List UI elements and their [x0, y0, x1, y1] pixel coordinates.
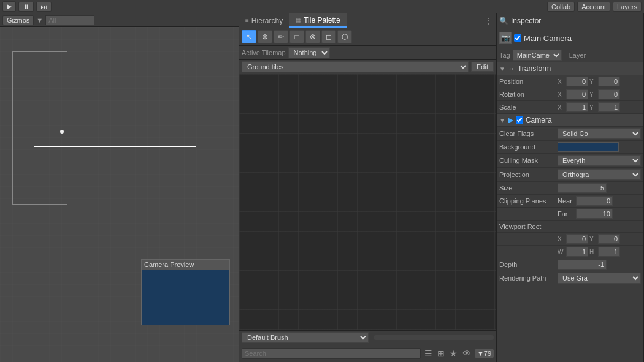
- viewport-wh-values: W H: [558, 247, 641, 257]
- clipping-far-row: Far: [497, 208, 643, 221]
- position-label: Position: [499, 78, 558, 85]
- tab-menu-button[interactable]: ⋮: [480, 16, 496, 26]
- scale-y-label: Y: [589, 104, 597, 111]
- scroll-bar[interactable]: [374, 335, 494, 340]
- eye-icon[interactable]: 👁: [461, 347, 472, 360]
- tile-palette-tab[interactable]: ▦ Tile Palette: [289, 13, 347, 28]
- active-tilemap-dropdown[interactable]: Nothing: [288, 47, 330, 58]
- size-input[interactable]: [558, 183, 607, 193]
- rendering-path-label: Rendering Path: [499, 274, 558, 282]
- hierarchy-tab[interactable]: ≡ Hierarchy: [239, 13, 289, 28]
- select-tool-button[interactable]: ↖: [242, 30, 256, 43]
- middle-panel: ≡ Hierarchy ▦ Tile Palette ⋮ ↖ ⊕ ✏ □ ⊗: [239, 13, 644, 362]
- rotation-y-label: Y: [589, 91, 597, 98]
- background-row: Background: [497, 141, 643, 154]
- culling-mask-dropdown[interactable]: Everyth: [558, 155, 641, 166]
- viewport-x-label: X: [558, 236, 565, 243]
- scale-x-label: X: [558, 104, 565, 111]
- scale-y-input[interactable]: [598, 102, 620, 112]
- object-header: 📷 Main Camera: [497, 28, 643, 48]
- projection-label: Projection: [499, 171, 558, 178]
- near-input[interactable]: [576, 196, 613, 206]
- transform-title: Transform: [518, 64, 551, 73]
- rotation-x-label: X: [558, 91, 565, 98]
- hierarchy-icon: ≡: [245, 17, 249, 24]
- viewport-y-input[interactable]: [598, 234, 620, 244]
- edit-button[interactable]: Edit: [471, 62, 494, 72]
- camera-title: Camera: [526, 116, 552, 124]
- paint-tool-button[interactable]: ✏: [274, 30, 288, 43]
- erase-tool-button[interactable]: ⬡: [337, 30, 352, 43]
- tile-grid[interactable]: [239, 74, 496, 330]
- tile-selector: Ground tiles Edit: [239, 60, 496, 74]
- list-icon[interactable]: ☰: [423, 347, 434, 360]
- clipping-near-row: Clipping Planes Near: [497, 195, 643, 208]
- search-input[interactable]: [45, 15, 94, 25]
- inspector-panel: 🔍 Inspector 📷 Main Camera Tag MainCame L…: [496, 13, 643, 362]
- projection-dropdown[interactable]: Orthogra: [558, 169, 641, 180]
- tag-dropdown[interactable]: MainCame: [513, 50, 562, 61]
- rendering-path-dropdown[interactable]: Use Gra: [558, 273, 641, 284]
- position-row: Position X Y: [497, 75, 643, 88]
- scale-x-input[interactable]: [566, 102, 588, 112]
- search-input[interactable]: [242, 348, 421, 359]
- position-y-input[interactable]: [598, 77, 620, 86]
- clipping-planes-label: Clipping Planes: [499, 197, 558, 205]
- layers-button[interactable]: Layers: [613, 2, 642, 12]
- ground-tiles-dropdown[interactable]: Ground tiles: [242, 61, 469, 72]
- fill-tool-button[interactable]: ◻: [321, 30, 336, 43]
- clear-flags-dropdown[interactable]: Solid Co: [558, 128, 641, 139]
- camera-enabled-checkbox[interactable]: [516, 116, 523, 124]
- viewport-w-input[interactable]: [566, 247, 588, 257]
- main-content: Gizmos ▼ Camera Preview ≡ Hierarchy: [0, 13, 644, 362]
- position-x-label: X: [558, 78, 565, 85]
- picker-tool-button[interactable]: ⊗: [305, 30, 320, 43]
- culling-mask-row: Culling Mask Everyth: [497, 154, 643, 168]
- rotation-y-input[interactable]: [598, 89, 620, 99]
- far-input[interactable]: [576, 209, 613, 219]
- object-name: Main Camera: [524, 34, 641, 43]
- move-tool-button[interactable]: ⊕: [258, 30, 272, 43]
- position-x-input[interactable]: [566, 77, 588, 86]
- transform-icon: ↔: [508, 64, 515, 73]
- default-brush-dropdown[interactable]: Default Brush: [242, 332, 369, 343]
- camera-section-header[interactable]: ▼ ▶ Camera: [497, 114, 643, 127]
- far-label: Far: [558, 210, 576, 217]
- gizmos-button[interactable]: Gizmos: [2, 15, 34, 25]
- viewport-y-label: Y: [589, 236, 597, 243]
- tag-layer-row: Tag MainCame Layer: [497, 48, 643, 62]
- inspector-icon: 🔍: [499, 17, 508, 25]
- culling-mask-label: Culling Mask: [499, 157, 558, 164]
- pause-button[interactable]: ⏸: [18, 2, 34, 12]
- step-button[interactable]: ⏭: [36, 2, 52, 12]
- viewport-h-input[interactable]: [598, 247, 620, 257]
- camera-video-icon: ▶: [508, 116, 513, 124]
- rotation-x-input[interactable]: [566, 89, 588, 99]
- background-label: Background: [499, 143, 558, 151]
- rotation-row: Rotation X Y: [497, 88, 643, 101]
- account-button[interactable]: Account: [577, 2, 610, 12]
- camera-preview-title: Camera Preview: [142, 260, 229, 270]
- depth-input[interactable]: [558, 260, 607, 270]
- scene-view[interactable]: Camera Preview: [0, 27, 239, 362]
- play-button[interactable]: ▶: [2, 1, 16, 12]
- transform-section-header[interactable]: ▼ ↔ Transform: [497, 62, 643, 75]
- background-color-picker[interactable]: [558, 142, 619, 152]
- object-icon: 📷: [499, 32, 512, 44]
- clear-flags-row: Clear Flags Solid Co: [497, 127, 643, 141]
- object-enabled-checkbox[interactable]: [514, 34, 521, 42]
- viewport-x-input[interactable]: [566, 234, 588, 244]
- active-tilemap-bar: Active Tilemap Nothing: [239, 46, 496, 60]
- grid-icon[interactable]: ⊞: [436, 347, 446, 360]
- rect-tool-button[interactable]: □: [289, 30, 304, 43]
- top-bar: ▶ ⏸ ⏭ Collab Account Layers: [0, 0, 644, 13]
- tile-bottom: Default Brush: [239, 330, 496, 344]
- viewport-w-label: W: [558, 249, 565, 255]
- rendering-path-row: Rendering Path Use Gra: [497, 271, 643, 285]
- collab-button[interactable]: Collab: [547, 2, 575, 12]
- depth-label: Depth: [499, 261, 558, 268]
- camera-arrow-icon: ▼: [499, 117, 505, 124]
- count-badge: ▼79: [475, 349, 494, 358]
- tag-label: Tag: [499, 51, 510, 59]
- star-icon[interactable]: ★: [448, 347, 459, 360]
